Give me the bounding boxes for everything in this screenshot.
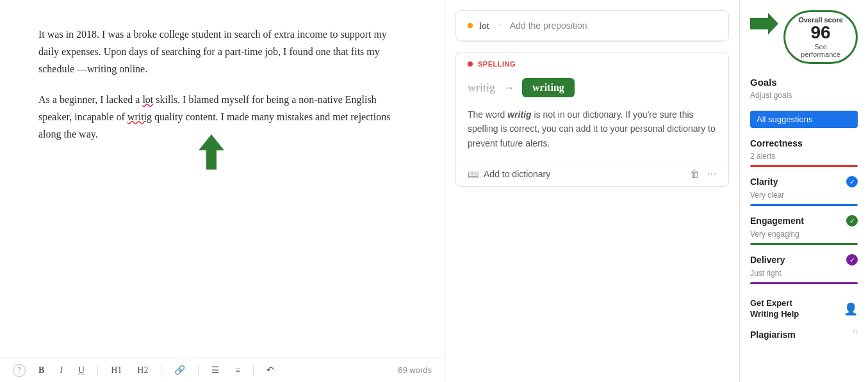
paragraph-1: It was in 2018. I was a broke college st… bbox=[38, 26, 406, 78]
add-dict-label: Add to dictionary bbox=[484, 169, 550, 179]
more-options-icon[interactable]: ⋯ bbox=[707, 168, 717, 180]
underline-button[interactable]: U bbox=[76, 364, 87, 377]
toolbar-separator-3 bbox=[198, 365, 199, 376]
quotes-icon: " bbox=[853, 328, 858, 342]
svg-marker-0 bbox=[199, 134, 224, 170]
toolbar-separator-2 bbox=[161, 365, 161, 376]
bold-button[interactable]: B bbox=[36, 364, 47, 377]
plagiarism-label[interactable]: Plagiarism bbox=[750, 330, 796, 340]
clarity-label: Clarity bbox=[750, 177, 778, 187]
goals-label: Goals bbox=[750, 77, 777, 88]
see-performance[interactable]: See performance bbox=[794, 43, 847, 58]
separator: · bbox=[498, 20, 501, 31]
adjust-goals[interactable]: Adjust goals bbox=[750, 91, 792, 100]
toolbar-separator-1 bbox=[97, 365, 98, 376]
toolbar: ? B I U H1 H2 🔗 ☰ ≡ ↶ 69 words bbox=[0, 358, 445, 382]
word-count: 69 words bbox=[398, 365, 432, 375]
correctness-header: Correctness bbox=[750, 138, 858, 148]
action-icons: 🗑 ⋯ bbox=[690, 168, 717, 180]
spelling-actions: 📖 Add to dictionary 🗑 ⋯ bbox=[456, 161, 728, 186]
arrow-right-icon: → bbox=[503, 81, 514, 95]
lot-word: lot bbox=[142, 94, 153, 105]
editor-area: It was in 2018. I was a broke college st… bbox=[0, 0, 445, 382]
writig-word: writig bbox=[127, 111, 152, 122]
spelling-correction: writig → writing bbox=[456, 73, 728, 107]
suggestions-panel: lot · Add the preposition SPELLING writi… bbox=[445, 0, 740, 382]
delivery-check-icon: ✓ bbox=[846, 254, 858, 266]
engagement-header: Engagement ✓ bbox=[750, 215, 858, 227]
engagement-check-icon: ✓ bbox=[846, 215, 858, 227]
clarity-header: Clarity ✓ bbox=[750, 176, 858, 187]
help-icon[interactable]: ? bbox=[13, 364, 26, 377]
overall-score-section: Overall score 96 See performance bbox=[750, 10, 858, 64]
wrong-word: writig bbox=[468, 81, 495, 95]
preposition-desc: Add the preposition bbox=[510, 20, 587, 31]
bold-writig: writig bbox=[507, 109, 531, 120]
score-panel: Overall score 96 See performance Goals A… bbox=[740, 0, 868, 382]
delivery-header: Delivery ✓ bbox=[750, 254, 858, 266]
clarity-item: Clarity ✓ Very clear bbox=[750, 176, 858, 206]
delivery-label: Delivery bbox=[750, 255, 785, 265]
clarity-line bbox=[750, 204, 858, 206]
preposition-card: lot · Add the preposition bbox=[455, 10, 729, 42]
unordered-list-button[interactable]: ≡ bbox=[233, 364, 243, 377]
clear-format-button[interactable]: ↶ bbox=[264, 363, 277, 377]
correctness-line bbox=[750, 165, 858, 167]
spelling-header: SPELLING bbox=[456, 52, 728, 73]
book-icon: 📖 bbox=[468, 169, 479, 179]
add-to-dictionary-button[interactable]: 📖 Add to dictionary bbox=[468, 169, 550, 179]
correctness-item: Correctness 2 alerts bbox=[750, 138, 858, 167]
goals-header: Goals bbox=[750, 77, 858, 88]
para2-before: As a beginner, I lacked a bbox=[38, 94, 142, 105]
clarity-check-icon: ✓ bbox=[846, 176, 858, 187]
goals-section: Goals Adjust goals bbox=[750, 77, 858, 100]
preposition-item[interactable]: lot · Add the preposition bbox=[456, 11, 728, 41]
spelling-description: The word writig is not in our dictionary… bbox=[456, 107, 728, 161]
green-up-arrow bbox=[199, 134, 224, 175]
all-suggestions-tab[interactable]: All suggestions bbox=[750, 111, 858, 128]
engagement-item: Engagement ✓ Very engaging bbox=[750, 215, 858, 245]
h2-button[interactable]: H2 bbox=[135, 364, 151, 377]
score-number: 96 bbox=[810, 24, 830, 42]
expert-label[interactable]: Get ExpertWriting Help bbox=[750, 298, 799, 320]
h1-button[interactable]: H1 bbox=[108, 364, 124, 377]
engagement-line bbox=[750, 243, 858, 245]
italic-button[interactable]: I bbox=[57, 364, 65, 377]
correctness-label: Correctness bbox=[750, 138, 803, 148]
green-right-arrow bbox=[750, 13, 778, 37]
plagiarism-section: Plagiarism " bbox=[750, 328, 858, 342]
svg-marker-1 bbox=[750, 13, 778, 35]
score-oval[interactable]: Overall score 96 See performance bbox=[783, 10, 858, 64]
engagement-label: Engagement bbox=[750, 216, 804, 226]
link-button[interactable]: 🔗 bbox=[172, 363, 188, 377]
spelling-label: SPELLING bbox=[478, 60, 516, 68]
delete-icon[interactable]: 🗑 bbox=[690, 168, 700, 180]
correctness-sub: 2 alerts bbox=[750, 152, 775, 161]
expert-section: Get ExpertWriting Help 👤 bbox=[750, 298, 858, 320]
orange-dot bbox=[468, 23, 473, 28]
expert-icon: 👤 bbox=[844, 302, 858, 316]
ordered-list-button[interactable]: ☰ bbox=[209, 363, 222, 377]
preposition-word: lot bbox=[479, 20, 489, 31]
editor-content[interactable]: It was in 2018. I was a broke college st… bbox=[0, 0, 445, 358]
delivery-item: Delivery ✓ Just right bbox=[750, 254, 858, 284]
delivery-line bbox=[750, 282, 858, 284]
spelling-card: SPELLING writig → writing The word writi… bbox=[455, 52, 729, 187]
clarity-sub: Very clear bbox=[750, 191, 784, 200]
red-dot bbox=[468, 61, 473, 67]
engagement-sub: Very engaging bbox=[750, 230, 799, 239]
correct-word[interactable]: writing bbox=[522, 78, 575, 97]
delivery-sub: Just right bbox=[750, 269, 782, 278]
toolbar-separator-4 bbox=[253, 365, 254, 376]
